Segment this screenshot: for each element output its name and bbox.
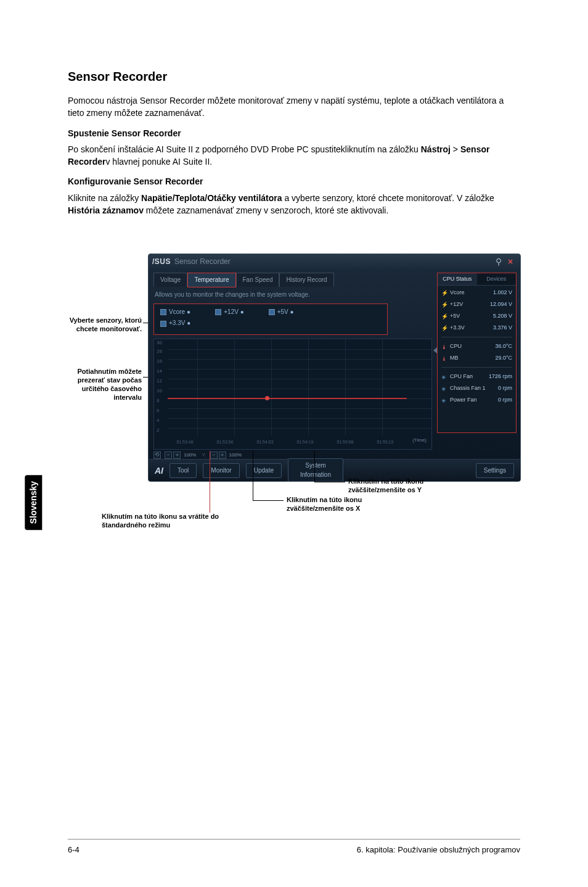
language-tab: Slovensky xyxy=(25,475,42,530)
ai-logo-icon: AI xyxy=(155,464,163,477)
bolt-icon: ⚡ xyxy=(441,301,447,307)
y-tick: 8 xyxy=(157,397,159,405)
status-panel: CPU Status Devices ⚡Vcore1.002 V ⚡+12V12… xyxy=(437,273,517,433)
status-row: ⚡Vcore1.002 V xyxy=(441,289,512,297)
sensor-checkbox-group: Vcore ● +3.3V ● +12V ● +5V ● xyxy=(153,303,388,335)
fan-icon: ✳ xyxy=(441,374,447,380)
zoom-controls: ⟲ − ＋ 100% Y: − ＋ 100% xyxy=(153,452,432,459)
sensor-recorder-window: /SUS Sensor Recorder ⚲ × Voltage Tempera… xyxy=(148,254,521,482)
checkbox-12v[interactable]: +12V ● xyxy=(215,308,243,317)
tab-voltage[interactable]: Voltage xyxy=(153,273,187,287)
status-row: 🌡CPU36.0°C xyxy=(441,342,512,350)
config-paragraph: Kliknite na záložky Napätie/Teplota/Otáč… xyxy=(68,192,520,217)
x-tick: 01:55:08 xyxy=(337,439,353,445)
brand-logo: /SUS xyxy=(152,257,171,267)
y-tick: 12 xyxy=(157,377,162,385)
y-tick: 28 xyxy=(157,348,162,355)
monitor-button[interactable]: Monitor xyxy=(203,463,239,479)
tab-history-record[interactable]: History Record xyxy=(279,273,333,287)
status-row: ✳Power Fan0 rpm xyxy=(441,396,512,404)
launch-heading: Spustenie Sensor Recorder xyxy=(68,127,520,139)
status-tab-cpu[interactable]: CPU Status xyxy=(438,273,477,286)
page-title: Sensor Recorder xyxy=(68,68,520,86)
callout-reset-zoom: Kliknutím na túto ikonu sa vrátite do št… xyxy=(102,513,250,530)
bolt-icon: ⚡ xyxy=(441,289,447,295)
y-tick: 2 xyxy=(157,427,159,434)
tab-temperature[interactable]: Temperature xyxy=(187,273,235,288)
zoom-y-in-icon[interactable]: ＋ xyxy=(219,452,226,459)
bolt-icon: ⚡ xyxy=(441,313,447,319)
status-row: ✳CPU Fan1726 rpm xyxy=(441,373,512,381)
callout-drag-interval: Potiahnutím môžete prezerať stav počas u… xyxy=(55,368,142,402)
y-tick: 14 xyxy=(157,368,162,375)
zoom-y-out-icon[interactable]: − xyxy=(210,452,218,459)
zoom-x-out-icon[interactable]: − xyxy=(165,452,172,459)
chart-series-line xyxy=(168,398,407,399)
callout-zoom-y: Kliknutím na túto ikonu zväčšite/zmenšit… xyxy=(348,477,472,495)
x-tick: 01:55:15 xyxy=(377,439,393,445)
reset-zoom-icon[interactable]: ⟲ xyxy=(153,452,161,459)
y-tick: 6 xyxy=(157,407,159,415)
y-tick: 18 xyxy=(157,358,162,365)
x-tick: 01:54:03 xyxy=(256,439,273,445)
zoom-y-value: 100% xyxy=(227,452,243,459)
x-tick: 01:53:48 xyxy=(176,439,193,445)
settings-button[interactable]: Settings xyxy=(476,463,514,479)
callout-zoom-x: Kliknutím na túto ikonu zväčšite/zmenšit… xyxy=(287,496,410,513)
status-row: 🌡MB29.0°C xyxy=(441,354,512,362)
status-row: ⚡+3.3V3.376 V xyxy=(441,324,512,332)
checkbox-3v3[interactable]: +3.3V ● xyxy=(160,319,190,328)
page-number: 6-4 xyxy=(68,844,80,856)
launch-paragraph: Po skončení inštalácie AI Suite II z pod… xyxy=(68,143,520,168)
zoom-x-value: 100% xyxy=(182,452,198,459)
close-icon[interactable]: × xyxy=(505,257,515,266)
checkbox-vcore[interactable]: Vcore ● xyxy=(160,308,190,317)
status-row: ⚡+5V5.208 V xyxy=(441,312,512,320)
tool-button[interactable]: Tool xyxy=(169,463,197,479)
checkbox-5v[interactable]: +5V ● xyxy=(269,308,294,317)
pin-icon[interactable]: ⚲ xyxy=(494,257,504,266)
fan-icon: ✳ xyxy=(441,386,447,392)
y-tick: 10 xyxy=(157,387,162,395)
status-row: ✳Chassis Fan 10 rpm xyxy=(441,384,512,392)
window-title: Sensor Recorder xyxy=(174,257,231,267)
tab-strip: Voltage Temperature Fan Speed History Re… xyxy=(153,273,432,287)
collapse-arrow-icon[interactable] xyxy=(433,347,437,353)
fan-icon: ✳ xyxy=(441,397,447,403)
chart-now-label: (Time) xyxy=(412,437,427,444)
zoom-x-in-icon[interactable]: ＋ xyxy=(173,452,181,459)
chapter-name: 6. kapitola: Používanie obslužných progr… xyxy=(357,844,520,856)
config-heading: Konfigurovanie Sensor Recorder xyxy=(68,175,520,188)
page-footer: 6-4 6. kapitola: Používanie obslužných p… xyxy=(68,839,520,856)
thermometer-icon: 🌡 xyxy=(441,355,447,361)
chart-current-point xyxy=(265,396,269,400)
bolt-icon: ⚡ xyxy=(441,324,447,331)
x-tick: 01:54:19 xyxy=(296,439,313,445)
status-tab-devices[interactable]: Devices xyxy=(477,273,517,286)
update-button[interactable]: Update xyxy=(246,463,282,479)
system-info-button[interactable]: System Information xyxy=(288,458,343,482)
tab-description: Allows you to monitor the changes in the… xyxy=(155,291,432,300)
callout-select-sensors: Vyberte senzory, ktorú chcete monitorova… xyxy=(55,316,142,334)
y-tick: 30 xyxy=(157,339,162,347)
y-tick: 4 xyxy=(157,417,159,424)
window-titlebar: /SUS Sensor Recorder ⚲ × xyxy=(149,254,520,268)
intro-paragraph: Pomocou nástroja Sensor Recorder môžete … xyxy=(68,94,520,120)
status-list: ⚡Vcore1.002 V ⚡+12V12.094 V ⚡+5V5.208 V … xyxy=(438,286,516,407)
x-tick: 01:53:56 xyxy=(216,439,233,445)
figure: Vyberte senzory, ktorú chcete monitorova… xyxy=(68,254,521,543)
tab-fan-speed[interactable]: Fan Speed xyxy=(236,273,280,287)
sensor-chart[interactable]: 30 28 18 14 12 10 8 6 4 2 xyxy=(153,339,432,450)
thermometer-icon: 🌡 xyxy=(441,344,447,350)
status-row: ⚡+12V12.094 V xyxy=(441,300,512,308)
